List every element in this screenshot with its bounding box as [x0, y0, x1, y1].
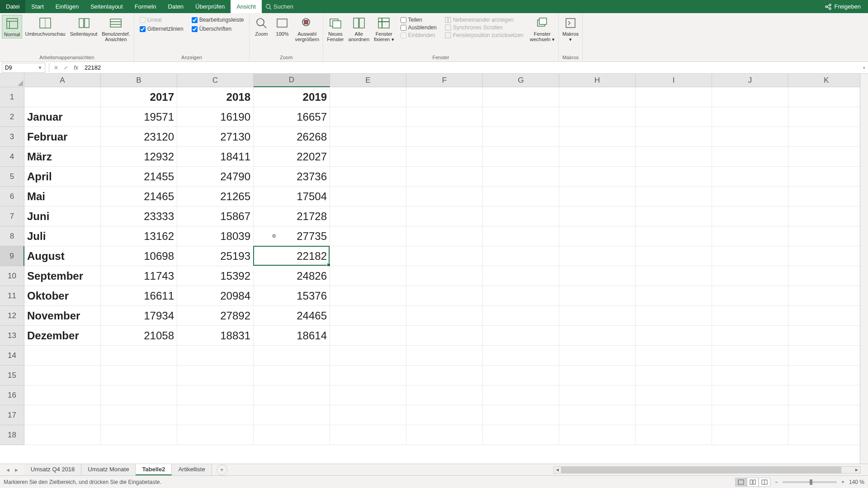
cell-H2[interactable] [559, 107, 636, 127]
cell-B3[interactable]: 23120 [101, 127, 177, 147]
status-page-layout-view[interactable] [747, 478, 759, 487]
cell-B2[interactable]: 19571 [101, 107, 177, 127]
row-header-9[interactable]: 9 [0, 246, 24, 266]
zoom-level[interactable]: 140 % [849, 479, 864, 485]
cell-J5[interactable] [712, 167, 788, 187]
tell-me-search[interactable]: Suchen [265, 3, 293, 10]
column-header-B[interactable]: B [101, 74, 177, 87]
cell-K17[interactable] [788, 405, 865, 425]
cell-I7[interactable] [636, 206, 712, 226]
row-header-18[interactable]: 18 [0, 425, 24, 445]
cell-G4[interactable] [483, 147, 559, 167]
cell-B8[interactable]: 13162 [101, 226, 177, 246]
add-sheet-button[interactable]: + [217, 465, 227, 475]
cell-F9[interactable] [406, 246, 483, 266]
cell-G9[interactable] [483, 246, 559, 266]
cell-K3[interactable] [788, 127, 865, 147]
cell-F8[interactable] [406, 226, 483, 246]
column-header-K[interactable]: K [788, 74, 865, 87]
cell-K18[interactable] [788, 425, 865, 445]
new-window-button[interactable]: Neues Fenster [325, 15, 345, 43]
cell-H12[interactable] [559, 306, 636, 326]
cell-J1[interactable] [712, 87, 788, 107]
row-header-13[interactable]: 13 [0, 326, 24, 346]
cell-K1[interactable] [788, 87, 865, 107]
view-custom-button[interactable]: Benutzerdef. Ansichten [100, 15, 132, 43]
cell-G10[interactable] [483, 266, 559, 286]
cell-K15[interactable] [788, 366, 865, 385]
file-tab[interactable]: Datei [0, 0, 25, 13]
cell-B10[interactable]: 11743 [101, 266, 177, 286]
cell-K13[interactable] [788, 326, 865, 346]
cell-A10[interactable]: September [24, 266, 101, 286]
cell-I13[interactable] [636, 326, 712, 346]
cell-H3[interactable] [559, 127, 636, 147]
cell-I17[interactable] [636, 405, 712, 425]
cell-I3[interactable] [636, 127, 712, 147]
zoom-out-button[interactable]: − [775, 479, 778, 485]
cell-K2[interactable] [788, 107, 865, 127]
cell-G15[interactable] [483, 366, 559, 385]
cell-K11[interactable] [788, 286, 865, 306]
cell-I8[interactable] [636, 226, 712, 246]
column-header-F[interactable]: F [406, 74, 483, 87]
cell-C12[interactable]: 27892 [177, 306, 254, 326]
cell-B9[interactable]: 10698 [101, 246, 177, 266]
column-header-J[interactable]: J [712, 74, 788, 87]
cell-B11[interactable]: 16611 [101, 286, 177, 306]
cell-J17[interactable] [712, 405, 788, 425]
cell-D14[interactable] [254, 346, 330, 366]
cell-I12[interactable] [636, 306, 712, 326]
row-header-15[interactable]: 15 [0, 366, 24, 385]
name-box[interactable]: D9▼ [2, 63, 45, 73]
tab-data[interactable]: Daten [162, 0, 189, 13]
column-header-H[interactable]: H [559, 74, 636, 87]
cell-I15[interactable] [636, 366, 712, 385]
cell-H9[interactable] [559, 246, 636, 266]
cell-I14[interactable] [636, 346, 712, 366]
cell-J8[interactable] [712, 226, 788, 246]
spreadsheet-grid[interactable]: ABCDEFGHIJK 123456789101112131415161718 … [0, 74, 868, 480]
cell-C9[interactable]: 25193 [177, 246, 254, 266]
cell-F6[interactable] [406, 187, 483, 206]
cell-K6[interactable] [788, 187, 865, 206]
cell-C16[interactable] [177, 385, 254, 405]
sheet-tab-artikelliste[interactable]: Artikelliste [172, 464, 212, 475]
zoom-in-button[interactable]: + [841, 479, 844, 485]
cell-H13[interactable] [559, 326, 636, 346]
cell-J4[interactable] [712, 147, 788, 167]
cell-B12[interactable]: 17934 [101, 306, 177, 326]
cell-E10[interactable] [330, 266, 406, 286]
cell-A14[interactable] [24, 346, 101, 366]
cell-B5[interactable]: 21455 [101, 167, 177, 187]
row-header-5[interactable]: 5 [0, 167, 24, 187]
status-normal-view[interactable] [735, 478, 747, 487]
cell-A17[interactable] [24, 405, 101, 425]
cell-D1[interactable]: 2019 [254, 87, 330, 107]
cell-C15[interactable] [177, 366, 254, 385]
cell-E2[interactable] [330, 107, 406, 127]
cell-G8[interactable] [483, 226, 559, 246]
cell-B1[interactable]: 2017 [101, 87, 177, 107]
cell-A9[interactable]: August [24, 246, 101, 266]
cell-K14[interactable] [788, 346, 865, 366]
cell-D7[interactable]: 21728 [254, 206, 330, 226]
cell-G11[interactable] [483, 286, 559, 306]
view-page-break-button[interactable]: Umbruchvorschau [23, 15, 67, 38]
cell-D11[interactable]: 15376 [254, 286, 330, 306]
cell-A18[interactable] [24, 425, 101, 445]
cell-C13[interactable]: 18831 [177, 326, 254, 346]
cell-A6[interactable]: Mai [24, 187, 101, 206]
cell-F15[interactable] [406, 366, 483, 385]
status-page-break-view[interactable] [759, 478, 770, 487]
tab-view[interactable]: Ansicht [231, 0, 262, 13]
cell-I11[interactable] [636, 286, 712, 306]
cell-D15[interactable] [254, 366, 330, 385]
cell-D17[interactable] [254, 405, 330, 425]
macros-button[interactable]: Makros ▾ [561, 15, 580, 43]
cell-H4[interactable] [559, 147, 636, 167]
cell-J9[interactable] [712, 246, 788, 266]
cell-G1[interactable] [483, 87, 559, 107]
cell-K7[interactable] [788, 206, 865, 226]
sheet-tab-umsatz-monate[interactable]: Umsatz Monate [81, 464, 136, 475]
